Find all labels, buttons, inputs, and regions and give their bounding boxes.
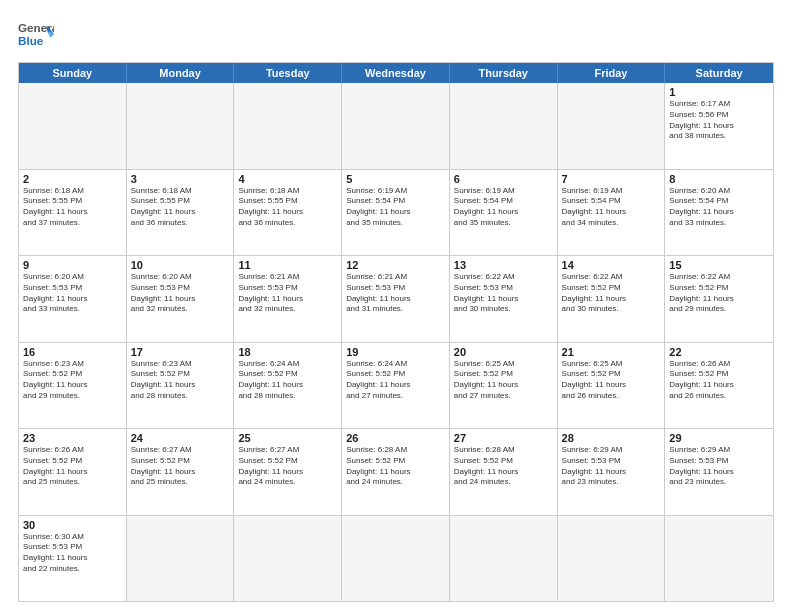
calendar-cell: 21Sunrise: 6:25 AM Sunset: 5:52 PM Dayli… <box>558 343 666 429</box>
calendar-cell: 14Sunrise: 6:22 AM Sunset: 5:52 PM Dayli… <box>558 256 666 342</box>
logo-icon: General Blue <box>18 18 54 54</box>
calendar-cell <box>234 83 342 169</box>
calendar-cell <box>234 516 342 602</box>
calendar-body: 1Sunrise: 6:17 AM Sunset: 5:56 PM Daylig… <box>19 83 773 601</box>
day-number: 21 <box>562 346 661 358</box>
calendar-cell: 27Sunrise: 6:28 AM Sunset: 5:52 PM Dayli… <box>450 429 558 515</box>
day-number: 23 <box>23 432 122 444</box>
day-info: Sunrise: 6:17 AM Sunset: 5:56 PM Dayligh… <box>669 99 769 142</box>
day-info: Sunrise: 6:23 AM Sunset: 5:52 PM Dayligh… <box>23 359 122 402</box>
calendar-cell: 16Sunrise: 6:23 AM Sunset: 5:52 PM Dayli… <box>19 343 127 429</box>
calendar-cell: 4Sunrise: 6:18 AM Sunset: 5:55 PM Daylig… <box>234 170 342 256</box>
day-number: 27 <box>454 432 553 444</box>
weekday-header-tuesday: Tuesday <box>234 63 342 83</box>
day-info: Sunrise: 6:20 AM Sunset: 5:53 PM Dayligh… <box>23 272 122 315</box>
day-info: Sunrise: 6:18 AM Sunset: 5:55 PM Dayligh… <box>131 186 230 229</box>
calendar-cell: 9Sunrise: 6:20 AM Sunset: 5:53 PM Daylig… <box>19 256 127 342</box>
day-number: 5 <box>346 173 445 185</box>
day-info: Sunrise: 6:26 AM Sunset: 5:52 PM Dayligh… <box>669 359 769 402</box>
day-info: Sunrise: 6:18 AM Sunset: 5:55 PM Dayligh… <box>238 186 337 229</box>
day-number: 9 <box>23 259 122 271</box>
calendar-cell: 6Sunrise: 6:19 AM Sunset: 5:54 PM Daylig… <box>450 170 558 256</box>
calendar-cell: 29Sunrise: 6:29 AM Sunset: 5:53 PM Dayli… <box>665 429 773 515</box>
day-info: Sunrise: 6:22 AM Sunset: 5:52 PM Dayligh… <box>669 272 769 315</box>
calendar-cell <box>19 83 127 169</box>
calendar-row-5: 30Sunrise: 6:30 AM Sunset: 5:53 PM Dayli… <box>19 515 773 602</box>
calendar-cell: 8Sunrise: 6:20 AM Sunset: 5:54 PM Daylig… <box>665 170 773 256</box>
day-number: 20 <box>454 346 553 358</box>
day-number: 16 <box>23 346 122 358</box>
day-info: Sunrise: 6:22 AM Sunset: 5:52 PM Dayligh… <box>562 272 661 315</box>
day-number: 17 <box>131 346 230 358</box>
day-number: 4 <box>238 173 337 185</box>
calendar-row-2: 9Sunrise: 6:20 AM Sunset: 5:53 PM Daylig… <box>19 255 773 342</box>
page: General Blue SundayMondayTuesdayWednesda… <box>0 0 792 612</box>
day-info: Sunrise: 6:19 AM Sunset: 5:54 PM Dayligh… <box>346 186 445 229</box>
day-info: Sunrise: 6:24 AM Sunset: 5:52 PM Dayligh… <box>346 359 445 402</box>
weekday-header-thursday: Thursday <box>450 63 558 83</box>
day-info: Sunrise: 6:25 AM Sunset: 5:52 PM Dayligh… <box>562 359 661 402</box>
day-info: Sunrise: 6:22 AM Sunset: 5:53 PM Dayligh… <box>454 272 553 315</box>
day-info: Sunrise: 6:21 AM Sunset: 5:53 PM Dayligh… <box>346 272 445 315</box>
day-number: 26 <box>346 432 445 444</box>
day-number: 2 <box>23 173 122 185</box>
day-number: 18 <box>238 346 337 358</box>
day-info: Sunrise: 6:26 AM Sunset: 5:52 PM Dayligh… <box>23 445 122 488</box>
day-number: 6 <box>454 173 553 185</box>
calendar-cell: 28Sunrise: 6:29 AM Sunset: 5:53 PM Dayli… <box>558 429 666 515</box>
calendar-row-3: 16Sunrise: 6:23 AM Sunset: 5:52 PM Dayli… <box>19 342 773 429</box>
day-info: Sunrise: 6:27 AM Sunset: 5:52 PM Dayligh… <box>238 445 337 488</box>
calendar-cell: 10Sunrise: 6:20 AM Sunset: 5:53 PM Dayli… <box>127 256 235 342</box>
calendar-cell <box>665 516 773 602</box>
weekday-header-monday: Monday <box>127 63 235 83</box>
day-info: Sunrise: 6:21 AM Sunset: 5:53 PM Dayligh… <box>238 272 337 315</box>
day-number: 22 <box>669 346 769 358</box>
calendar-cell <box>342 516 450 602</box>
calendar-cell: 3Sunrise: 6:18 AM Sunset: 5:55 PM Daylig… <box>127 170 235 256</box>
calendar-row-1: 2Sunrise: 6:18 AM Sunset: 5:55 PM Daylig… <box>19 169 773 256</box>
calendar-cell: 11Sunrise: 6:21 AM Sunset: 5:53 PM Dayli… <box>234 256 342 342</box>
day-number: 15 <box>669 259 769 271</box>
calendar-cell: 7Sunrise: 6:19 AM Sunset: 5:54 PM Daylig… <box>558 170 666 256</box>
calendar-cell: 5Sunrise: 6:19 AM Sunset: 5:54 PM Daylig… <box>342 170 450 256</box>
weekday-header-sunday: Sunday <box>19 63 127 83</box>
calendar-cell: 20Sunrise: 6:25 AM Sunset: 5:52 PM Dayli… <box>450 343 558 429</box>
svg-text:Blue: Blue <box>18 34 44 47</box>
day-info: Sunrise: 6:29 AM Sunset: 5:53 PM Dayligh… <box>669 445 769 488</box>
day-info: Sunrise: 6:18 AM Sunset: 5:55 PM Dayligh… <box>23 186 122 229</box>
calendar-cell: 19Sunrise: 6:24 AM Sunset: 5:52 PM Dayli… <box>342 343 450 429</box>
calendar-cell <box>450 516 558 602</box>
day-number: 25 <box>238 432 337 444</box>
day-info: Sunrise: 6:28 AM Sunset: 5:52 PM Dayligh… <box>346 445 445 488</box>
weekday-header-wednesday: Wednesday <box>342 63 450 83</box>
day-info: Sunrise: 6:23 AM Sunset: 5:52 PM Dayligh… <box>131 359 230 402</box>
calendar-cell <box>127 516 235 602</box>
day-number: 7 <box>562 173 661 185</box>
weekday-header-saturday: Saturday <box>665 63 773 83</box>
calendar-cell: 12Sunrise: 6:21 AM Sunset: 5:53 PM Dayli… <box>342 256 450 342</box>
calendar-cell: 13Sunrise: 6:22 AM Sunset: 5:53 PM Dayli… <box>450 256 558 342</box>
calendar-cell <box>342 83 450 169</box>
calendar-cell: 23Sunrise: 6:26 AM Sunset: 5:52 PM Dayli… <box>19 429 127 515</box>
day-number: 29 <box>669 432 769 444</box>
day-info: Sunrise: 6:20 AM Sunset: 5:53 PM Dayligh… <box>131 272 230 315</box>
calendar-cell <box>558 516 666 602</box>
day-info: Sunrise: 6:28 AM Sunset: 5:52 PM Dayligh… <box>454 445 553 488</box>
day-number: 11 <box>238 259 337 271</box>
calendar-cell: 2Sunrise: 6:18 AM Sunset: 5:55 PM Daylig… <box>19 170 127 256</box>
day-info: Sunrise: 6:20 AM Sunset: 5:54 PM Dayligh… <box>669 186 769 229</box>
calendar-cell <box>450 83 558 169</box>
day-number: 28 <box>562 432 661 444</box>
weekday-header-friday: Friday <box>558 63 666 83</box>
day-number: 19 <box>346 346 445 358</box>
calendar-cell <box>558 83 666 169</box>
day-info: Sunrise: 6:25 AM Sunset: 5:52 PM Dayligh… <box>454 359 553 402</box>
day-info: Sunrise: 6:24 AM Sunset: 5:52 PM Dayligh… <box>238 359 337 402</box>
calendar-cell <box>127 83 235 169</box>
calendar-header: SundayMondayTuesdayWednesdayThursdayFrid… <box>19 63 773 83</box>
calendar-row-0: 1Sunrise: 6:17 AM Sunset: 5:56 PM Daylig… <box>19 83 773 169</box>
day-number: 13 <box>454 259 553 271</box>
day-number: 24 <box>131 432 230 444</box>
calendar-cell: 15Sunrise: 6:22 AM Sunset: 5:52 PM Dayli… <box>665 256 773 342</box>
day-number: 3 <box>131 173 230 185</box>
